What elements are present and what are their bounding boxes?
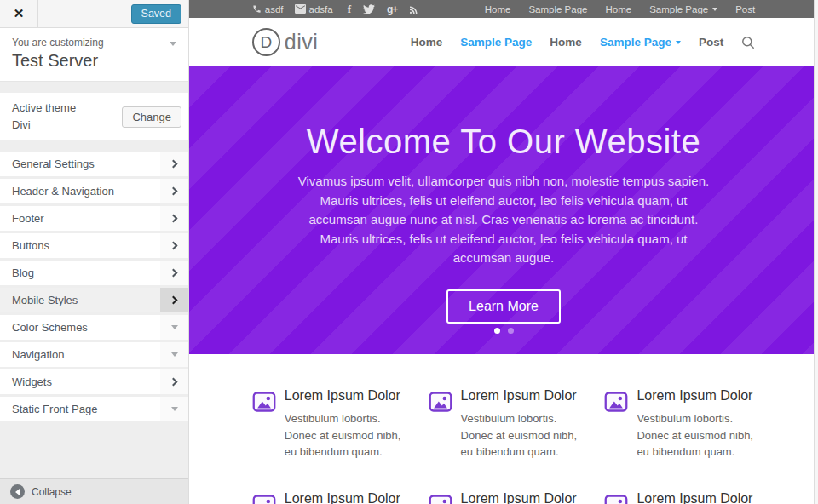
chevron-right-icon [160,261,188,285]
topbar-link-sample-page[interactable]: Sample Page [528,4,587,14]
logo-letter: D [252,28,280,56]
preview-scrollbar[interactable] [814,0,818,504]
active-theme-label: Active theme [12,100,76,117]
hero-description: Vivamus ipsum velit, ullamcorper quis ni… [294,172,713,268]
chevron-down-icon [676,41,681,44]
facebook-icon[interactable]: f [348,3,351,14]
slider-dots [189,328,818,334]
blurb-body: Vestibulum lobortis. Donec at euismod ni… [637,410,755,461]
slider-dot-2[interactable] [508,328,514,334]
learn-more-button[interactable]: Learn More [446,289,561,324]
collapse-arrow-icon [10,484,25,499]
sidebar-item-buttons[interactable]: Buttons [0,233,188,258]
topbar-link-sample-page-2[interactable]: Sample Page [649,4,717,14]
blurb-title: Lorem Ipsum Dolor [285,388,403,404]
blurb-3: Lorem Ipsum DolorVestibulum lobortis. Do… [604,388,755,461]
blurb-title: Lorem Ipsum Dolor [461,491,579,504]
chevron-down-icon [160,397,188,421]
chevron-right-icon [160,179,188,203]
nav-link-post[interactable]: Post [699,36,723,49]
image-icon [429,493,452,504]
image-icon [252,390,276,414]
blurb-4: Lorem Ipsum DolorVestibulum lobortis. Do… [252,491,403,504]
active-theme-panel: Active theme Divi Change [0,93,188,140]
customizing-panel[interactable]: You are customizing Test Server [0,28,188,82]
customizing-label: You are customizing [12,37,176,49]
nav-link-home[interactable]: Home [411,36,443,49]
sidebar-item-mobile-styles[interactable]: Mobile Styles [0,288,188,312]
chevron-right-icon [160,152,188,176]
customizer-menu: General Settings Header & Navigation Foo… [0,152,188,421]
sidebar-item-static-front-page[interactable]: Static Front Page [0,397,188,421]
blurb-section: Lorem Ipsum DolorVestibulum lobortis. Do… [189,354,818,504]
blurb-title: Lorem Ipsum Dolor [637,388,755,404]
chevron-down-icon [160,342,188,367]
active-theme-name: Divi [12,117,76,134]
blurb-body: Vestibulum lobortis. Donec at euismod ni… [285,410,403,461]
envelope-icon [295,4,306,14]
site-preview: asdf adsfa f g+ Home Sample Page [189,0,818,504]
sidebar-item-navigation[interactable]: Navigation [0,342,188,367]
main-nav: Home Sample Page Home Sample Page Post [411,36,755,49]
customizer-sidebar: ✕ Saved You are customizing Test Server … [0,0,189,504]
search-button[interactable] [741,36,755,49]
sidebar-item-widgets[interactable]: Widgets [0,369,188,394]
image-icon [429,390,452,414]
blurb-grid: Lorem Ipsum DolorVestibulum lobortis. Do… [252,388,755,504]
blurb-title: Lorem Ipsum Dolor [461,388,579,404]
google-plus-icon[interactable]: g+ [387,4,397,14]
blurb-6: Lorem Ipsum DolorVestibulum lobortis. Do… [604,491,755,504]
site-title: Test Server [12,51,176,71]
phone-icon [252,4,262,14]
image-icon [604,493,628,504]
topbar-link-home-2[interactable]: Home [605,4,631,14]
saved-button[interactable]: Saved [131,4,181,24]
blurb-title: Lorem Ipsum Dolor [637,491,755,504]
sidebar-item-header-navigation[interactable]: Header & Navigation [0,179,188,203]
chevron-right-icon [160,206,188,231]
site-header: D divi Home Sample Page Home Sample Page… [189,18,818,66]
sidebar-item-footer[interactable]: Footer [0,206,188,231]
hero-slider: Welcome To Our Website Vivamus ipsum vel… [189,66,818,354]
close-icon: ✕ [14,6,25,20]
chevron-down-icon [160,315,188,340]
rss-icon[interactable] [409,4,419,14]
topbar-link-post[interactable]: Post [735,4,755,14]
blurb-title: Lorem Ipsum Dolor [285,491,403,504]
top-bar-menu: Home Sample Page Home Sample Page Post [485,4,755,14]
twitter-icon[interactable] [363,4,375,14]
hero-title: Welcome To Our Website [189,123,818,161]
sidebar-item-blog[interactable]: Blog [0,261,188,285]
blurb-2: Lorem Ipsum DolorVestibulum lobortis. Do… [429,388,579,461]
sidebar-item-general-settings[interactable]: General Settings [0,152,188,176]
sidebar-item-color-schemes[interactable]: Color Schemes [0,315,188,340]
collapse-button[interactable]: Collapse [0,478,188,504]
nav-link-sample-page[interactable]: Sample Page [460,36,532,49]
customizer-header: ✕ Saved [0,0,188,28]
image-icon [604,390,628,414]
topbar-link-home[interactable]: Home [485,4,511,14]
close-customizer-button[interactable]: ✕ [0,0,38,27]
slider-dot-1[interactable] [494,328,500,334]
chevron-down-icon[interactable] [170,42,176,46]
blurb-5: Lorem Ipsum DolorVestibulum lobortis. Do… [429,491,579,504]
chevron-right-icon [160,369,188,394]
change-theme-button[interactable]: Change [122,106,181,128]
divi-logo[interactable]: D divi [252,28,319,56]
email-contact[interactable]: adsfa [295,4,333,14]
blurb-1: Lorem Ipsum DolorVestibulum lobortis. Do… [252,388,403,461]
chevron-right-icon [160,288,188,312]
top-bar: asdf adsfa f g+ Home Sample Page [189,0,818,18]
phone-contact[interactable]: asdf [252,4,284,14]
wordpress-customizer: ✕ Saved You are customizing Test Server … [0,0,818,504]
logo-text: divi [285,30,319,54]
nav-link-home-2[interactable]: Home [550,36,582,49]
nav-link-sample-page-2[interactable]: Sample Page [600,36,681,49]
image-icon [252,493,276,504]
collapse-label: Collapse [32,486,72,498]
chevron-down-icon [712,8,717,11]
blurb-body: Vestibulum lobortis. Donec at euismod ni… [461,410,579,461]
search-icon [741,36,755,49]
chevron-right-icon [160,233,188,258]
